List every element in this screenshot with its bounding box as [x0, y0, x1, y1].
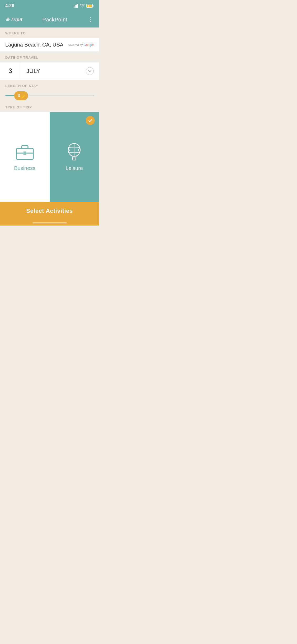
briefcase-icon: [14, 142, 35, 161]
app-header: ✳ Tripit PackPoint ⋮: [0, 12, 99, 27]
menu-button[interactable]: ⋮: [87, 16, 94, 23]
select-activities-label: Select Activities: [26, 208, 73, 214]
wifi-icon: [80, 4, 85, 8]
svg-rect-5: [93, 5, 93, 7]
destination-text[interactable]: Laguna Beach, CA, USA: [5, 42, 63, 48]
leisure-label: Leisure: [65, 165, 83, 171]
app-title: PackPoint: [43, 17, 68, 23]
slider-track-bg: [23, 95, 94, 96]
tripit-star: ✳: [5, 17, 9, 22]
slider-track: 3 🌙: [5, 95, 94, 96]
slider-value: 3: [18, 93, 20, 98]
trip-type-section: TYPE OF TRIP Business: [0, 102, 99, 202]
svg-rect-0: [74, 6, 74, 8]
powered-by-text: powered by: [68, 43, 83, 47]
date-label: DATE OF TRAVEL: [0, 52, 99, 62]
where-to-section: WHERE TO Laguna Beach, CA, USA powered b…: [0, 27, 99, 52]
svg-rect-1: [75, 5, 76, 8]
month-dropdown-button[interactable]: [86, 67, 94, 75]
home-bar: [32, 222, 67, 223]
svg-rect-3: [77, 4, 78, 8]
date-row: 3 JULY: [0, 62, 99, 80]
date-month-selector[interactable]: JULY: [21, 62, 99, 80]
select-activities-button[interactable]: Select Activities: [0, 202, 99, 220]
where-to-label: WHERE TO: [0, 27, 99, 38]
google-logo: Google: [83, 43, 94, 47]
destination-input-row[interactable]: Laguna Beach, CA, USA powered by Google: [0, 38, 99, 52]
signal-icon: [74, 4, 78, 8]
svg-rect-2: [76, 5, 77, 8]
trip-type-label: TYPE OF TRIP: [0, 102, 99, 112]
status-time: 4:29: [5, 3, 14, 8]
tripit-logo: ✳ Tripit: [5, 17, 22, 22]
status-bar: 4:29: [0, 0, 99, 12]
leisure-check-badge: [86, 116, 95, 125]
date-section: DATE OF TRAVEL 3 JULY: [0, 52, 99, 80]
home-indicator: [0, 220, 99, 226]
svg-rect-14: [73, 158, 76, 160]
leisure-card[interactable]: Leisure: [50, 112, 99, 202]
business-label: Business: [14, 165, 35, 171]
slider-container: 3 🌙: [0, 90, 99, 96]
battery-icon: [86, 4, 94, 8]
slider-thumb[interactable]: 3 🌙: [14, 91, 28, 100]
moon-icon: 🌙: [21, 94, 25, 98]
stay-label: LENGTH OF STAY: [0, 80, 99, 90]
svg-rect-6: [87, 4, 92, 7]
status-icons: [74, 4, 94, 8]
balloon-icon: [64, 142, 85, 161]
stay-section: LENGTH OF STAY 3 🌙: [0, 80, 99, 102]
business-card[interactable]: Business: [0, 112, 50, 202]
month-text: JULY: [26, 68, 40, 75]
trip-type-grid: Business: [0, 112, 99, 202]
google-powered: powered by Google: [68, 43, 94, 47]
date-day[interactable]: 3: [0, 62, 21, 80]
